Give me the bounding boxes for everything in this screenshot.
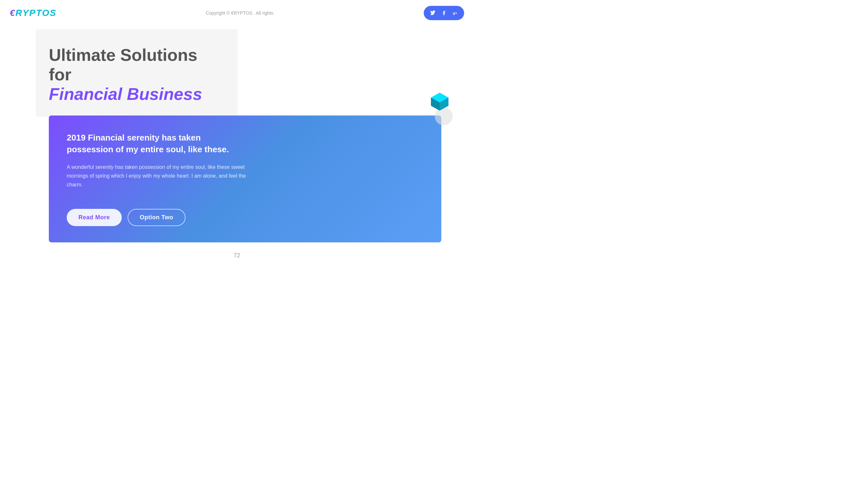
hero-title-line2: for (49, 65, 224, 85)
read-more-button[interactable]: Read More (67, 209, 122, 226)
logo: €RYPTOS (10, 8, 57, 18)
page-header: €RYPTOS Copyright © €RYPTOS . All rights… (0, 0, 474, 26)
hero-title-line3: Financial Business (49, 85, 224, 104)
google-plus-icon[interactable]: g+ (451, 8, 460, 18)
social-icons-container: g+ (424, 6, 464, 20)
logo-euro: € (10, 8, 16, 18)
logo-text: RYPTOS (16, 8, 57, 18)
hero-card: Ultimate Solutions for Financial Busines… (36, 29, 238, 117)
hero-title: Ultimate Solutions for Financial Busines… (49, 45, 224, 104)
facebook-icon[interactable] (439, 8, 448, 18)
blue-section: 2019 Financial serenity has taken posses… (49, 116, 441, 242)
blue-body-text: A wonderful serenity has taken possessio… (67, 163, 249, 189)
copyright-text: Copyright © €RYPTOS . All rights. (206, 10, 274, 15)
blue-headline: 2019 Financial serenity has taken posses… (67, 132, 249, 156)
page-number: 72 (234, 252, 240, 259)
hero-title-line1: Ultimate Solutions (49, 45, 224, 65)
cube-svg (428, 88, 451, 110)
option-two-button[interactable]: Option Two (128, 209, 186, 226)
cube-decoration (428, 88, 451, 110)
blue-buttons: Read More Option Two (67, 209, 424, 226)
twitter-icon[interactable] (428, 8, 437, 18)
blue-section-content: 2019 Financial serenity has taken posses… (67, 132, 249, 189)
